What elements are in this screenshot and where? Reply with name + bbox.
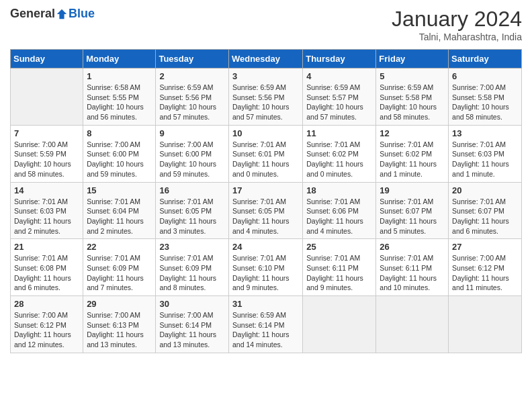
day-cell: 25Sunrise: 7:01 AMSunset: 6:11 PMDayligh… [303, 239, 376, 296]
day-number: 28 [14, 299, 79, 309]
title-block: January 2024 Talni, Maharashtra, India [392, 7, 522, 42]
day-info: Sunrise: 7:00 AMSunset: 6:13 PMDaylight:… [87, 310, 152, 350]
day-cell: 29Sunrise: 7:00 AMSunset: 6:13 PMDayligh… [83, 296, 156, 353]
day-number: 25 [306, 242, 372, 252]
day-number: 11 [306, 128, 372, 138]
day-info: Sunrise: 7:00 AMSunset: 6:00 PMDaylight:… [159, 140, 225, 179]
day-cell: 10Sunrise: 7:01 AMSunset: 6:01 PMDayligh… [228, 125, 302, 182]
day-number: 6 [452, 71, 518, 81]
day-cell: 30Sunrise: 7:00 AMSunset: 6:14 PMDayligh… [156, 296, 229, 353]
day-cell: 12Sunrise: 7:01 AMSunset: 6:02 PMDayligh… [376, 125, 449, 182]
day-cell: 26Sunrise: 7:01 AMSunset: 6:11 PMDayligh… [376, 239, 449, 296]
day-cell: 14Sunrise: 7:01 AMSunset: 6:03 PMDayligh… [11, 182, 83, 239]
day-info: Sunrise: 6:59 AMSunset: 5:56 PMDaylight:… [159, 83, 225, 122]
day-cell: 3Sunrise: 6:59 AMSunset: 5:56 PMDaylight… [228, 68, 302, 126]
day-cell [376, 296, 449, 353]
day-info: Sunrise: 7:01 AMSunset: 6:03 PMDaylight:… [14, 197, 79, 236]
week-row-4: 21Sunrise: 7:01 AMSunset: 6:08 PMDayligh… [11, 239, 522, 296]
day-cell: 16Sunrise: 7:01 AMSunset: 6:05 PMDayligh… [156, 182, 229, 239]
day-number: 13 [452, 128, 518, 138]
day-cell: 8Sunrise: 7:00 AMSunset: 6:00 PMDaylight… [83, 125, 156, 182]
day-number: 18 [306, 185, 372, 195]
day-number: 23 [159, 242, 225, 252]
day-info: Sunrise: 7:01 AMSunset: 6:11 PMDaylight:… [306, 253, 372, 293]
day-number: 24 [232, 242, 299, 252]
day-info: Sunrise: 7:00 AMSunset: 6:12 PMDaylight:… [452, 253, 518, 293]
week-row-5: 28Sunrise: 7:00 AMSunset: 6:12 PMDayligh… [11, 296, 522, 353]
day-cell: 5Sunrise: 6:59 AMSunset: 5:58 PMDaylight… [376, 68, 449, 126]
day-cell: 18Sunrise: 7:01 AMSunset: 6:06 PMDayligh… [303, 182, 376, 239]
day-cell: 21Sunrise: 7:01 AMSunset: 6:08 PMDayligh… [11, 239, 83, 296]
day-cell: 27Sunrise: 7:00 AMSunset: 6:12 PMDayligh… [449, 239, 522, 296]
day-cell: 28Sunrise: 7:00 AMSunset: 6:12 PMDayligh… [11, 296, 83, 353]
logo-blue-text: Blue [69, 7, 95, 21]
day-header-sunday: Sunday [11, 50, 83, 68]
day-number: 2 [159, 71, 225, 81]
day-info: Sunrise: 7:01 AMSunset: 6:05 PMDaylight:… [159, 197, 225, 236]
day-number: 16 [159, 185, 225, 195]
day-number: 27 [452, 242, 518, 252]
day-cell: 7Sunrise: 7:00 AMSunset: 5:59 PMDaylight… [11, 125, 83, 182]
day-info: Sunrise: 7:01 AMSunset: 6:02 PMDaylight:… [380, 140, 445, 179]
day-info: Sunrise: 7:00 AMSunset: 6:14 PMDaylight:… [159, 310, 225, 350]
day-info: Sunrise: 7:00 AMSunset: 5:58 PMDaylight:… [452, 83, 518, 122]
day-header-friday: Friday [376, 50, 449, 68]
day-number: 20 [452, 185, 518, 195]
calendar-table: SundayMondayTuesdayWednesdayThursdayFrid… [10, 49, 522, 353]
day-number: 15 [87, 185, 152, 195]
logo-icon [56, 8, 68, 20]
day-info: Sunrise: 7:01 AMSunset: 6:05 PMDaylight:… [232, 197, 299, 236]
day-cell: 6Sunrise: 7:00 AMSunset: 5:58 PMDaylight… [449, 68, 522, 126]
day-cell: 13Sunrise: 7:01 AMSunset: 6:03 PMDayligh… [449, 125, 522, 182]
day-info: Sunrise: 6:59 AMSunset: 5:58 PMDaylight:… [380, 83, 445, 122]
day-cell: 9Sunrise: 7:00 AMSunset: 6:00 PMDaylight… [156, 125, 229, 182]
day-cell: 20Sunrise: 7:01 AMSunset: 6:07 PMDayligh… [449, 182, 522, 239]
day-number: 19 [380, 185, 445, 195]
day-number: 9 [159, 128, 225, 138]
day-number: 12 [380, 128, 445, 138]
day-info: Sunrise: 7:01 AMSunset: 6:07 PMDaylight:… [452, 197, 518, 236]
day-cell: 11Sunrise: 7:01 AMSunset: 6:02 PMDayligh… [303, 125, 376, 182]
day-info: Sunrise: 7:01 AMSunset: 6:04 PMDaylight:… [87, 197, 152, 236]
week-row-1: 1Sunrise: 6:58 AMSunset: 5:55 PMDaylight… [11, 68, 522, 126]
day-cell: 4Sunrise: 6:59 AMSunset: 5:57 PMDaylight… [303, 68, 376, 126]
day-info: Sunrise: 6:59 AMSunset: 5:57 PMDaylight:… [306, 83, 372, 122]
day-number: 22 [87, 242, 152, 252]
week-row-2: 7Sunrise: 7:00 AMSunset: 5:59 PMDaylight… [11, 125, 522, 182]
day-info: Sunrise: 7:00 AMSunset: 5:59 PMDaylight:… [14, 140, 79, 179]
day-cell: 15Sunrise: 7:01 AMSunset: 6:04 PMDayligh… [83, 182, 156, 239]
day-info: Sunrise: 7:01 AMSunset: 6:07 PMDaylight:… [380, 197, 445, 236]
day-cell: 19Sunrise: 7:01 AMSunset: 6:07 PMDayligh… [376, 182, 449, 239]
day-number: 3 [232, 71, 299, 81]
week-row-3: 14Sunrise: 7:01 AMSunset: 6:03 PMDayligh… [11, 182, 522, 239]
day-header-wednesday: Wednesday [228, 50, 302, 68]
day-number: 30 [159, 299, 225, 309]
day-header-saturday: Saturday [449, 50, 522, 68]
day-number: 4 [306, 71, 372, 81]
day-info: Sunrise: 6:58 AMSunset: 5:55 PMDaylight:… [87, 83, 152, 122]
day-number: 26 [380, 242, 445, 252]
day-cell [449, 296, 522, 353]
day-number: 10 [232, 128, 299, 138]
day-info: Sunrise: 7:00 AMSunset: 6:12 PMDaylight:… [14, 310, 79, 350]
day-headers-row: SundayMondayTuesdayWednesdayThursdayFrid… [11, 50, 522, 68]
month-year-title: January 2024 [392, 7, 522, 32]
day-info: Sunrise: 7:01 AMSunset: 6:09 PMDaylight:… [87, 253, 152, 293]
day-cell [303, 296, 376, 353]
day-cell: 22Sunrise: 7:01 AMSunset: 6:09 PMDayligh… [83, 239, 156, 296]
day-number: 21 [14, 242, 79, 252]
day-number: 17 [232, 185, 299, 195]
svg-marker-0 [57, 9, 66, 18]
day-info: Sunrise: 7:01 AMSunset: 6:03 PMDaylight:… [452, 140, 518, 179]
logo: General Blue [10, 7, 95, 21]
day-number: 14 [14, 185, 79, 195]
page-header: General Blue January 2024 Talni, Maharas… [10, 7, 522, 42]
day-cell: 2Sunrise: 6:59 AMSunset: 5:56 PMDaylight… [156, 68, 229, 126]
day-cell: 31Sunrise: 6:59 AMSunset: 6:14 PMDayligh… [228, 296, 302, 353]
day-cell: 23Sunrise: 7:01 AMSunset: 6:09 PMDayligh… [156, 239, 229, 296]
day-header-thursday: Thursday [303, 50, 376, 68]
day-number: 7 [14, 128, 79, 138]
day-info: Sunrise: 7:00 AMSunset: 6:00 PMDaylight:… [87, 140, 152, 179]
day-info: Sunrise: 7:01 AMSunset: 6:09 PMDaylight:… [159, 253, 225, 293]
day-number: 8 [87, 128, 152, 138]
